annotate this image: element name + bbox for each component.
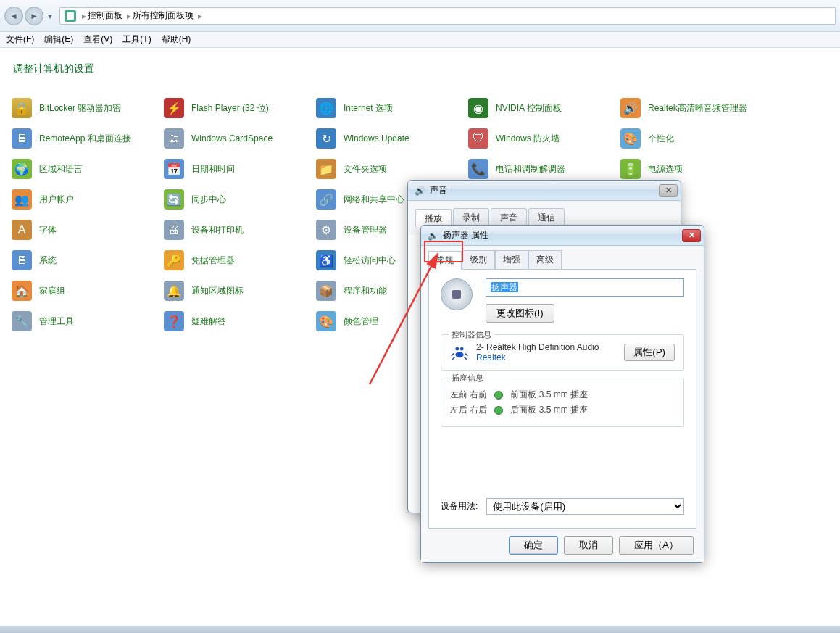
tab-levels[interactable]: 级别 bbox=[462, 250, 495, 269]
jack-channels-2: 左后 右后 bbox=[450, 404, 487, 416]
control-panel-item[interactable]: 🎨个性化 bbox=[615, 123, 767, 154]
cp-item-icon: 🔗 bbox=[316, 189, 336, 210]
device-name-input[interactable]: 扬声器 bbox=[486, 278, 684, 297]
cp-item-link[interactable]: 系统 bbox=[39, 255, 57, 267]
cp-item-link[interactable]: Windows 防火墙 bbox=[496, 133, 560, 145]
control-panel-item[interactable]: ❓疑难解答 bbox=[158, 306, 310, 336]
cp-item-link[interactable]: BitLocker 驱动器加密 bbox=[39, 102, 121, 115]
cp-item-link[interactable]: 设备和打印机 bbox=[191, 224, 244, 236]
menu-file[interactable]: 文件(F) bbox=[6, 33, 34, 46]
menu-view[interactable]: 查看(V) bbox=[83, 33, 112, 46]
svg-point-2 bbox=[460, 347, 464, 351]
control-panel-item[interactable]: 🔊Realtek高清晰音频管理器 bbox=[615, 93, 767, 123]
menu-edit[interactable]: 编辑(E) bbox=[44, 33, 73, 46]
cp-item-link[interactable]: Windows CardSpace bbox=[191, 133, 273, 144]
cp-item-icon: A bbox=[12, 220, 32, 240]
control-panel-item[interactable]: 🖥RemoteApp 和桌面连接 bbox=[6, 123, 158, 154]
control-panel-item[interactable]: 🔄同步中心 bbox=[158, 184, 310, 215]
cp-item-link[interactable]: 管理工具 bbox=[39, 315, 74, 328]
change-icon-button[interactable]: 更改图标(I) bbox=[486, 304, 554, 323]
cp-item-link[interactable]: 电话和调制解调器 bbox=[496, 163, 565, 175]
controller-properties-button[interactable]: 属性(P) bbox=[624, 344, 675, 361]
menu-tools[interactable]: 工具(T) bbox=[122, 33, 151, 46]
control-panel-item[interactable]: 🗂Windows CardSpace bbox=[158, 123, 310, 154]
cp-item-link[interactable]: 电源选项 bbox=[648, 163, 683, 175]
control-panel-item[interactable]: 🔒BitLocker 驱动器加密 bbox=[6, 93, 158, 123]
tab-general[interactable]: 常规 bbox=[428, 251, 462, 270]
breadcrumb-1[interactable]: 控制面板 bbox=[88, 9, 122, 22]
cp-item-icon: ♿ bbox=[316, 250, 336, 270]
speaker-icon: 🔊 bbox=[414, 185, 425, 196]
control-panel-item[interactable]: A字体 bbox=[6, 215, 158, 245]
cp-item-link[interactable]: 程序和功能 bbox=[344, 285, 387, 297]
cp-item-link[interactable]: Flash Player (32 位) bbox=[191, 102, 269, 115]
cp-item-link[interactable]: 字体 bbox=[39, 224, 57, 236]
control-panel-item[interactable]: 🖥系统 bbox=[6, 245, 158, 276]
tab-advanced[interactable]: 高级 bbox=[528, 250, 562, 269]
cp-item-link[interactable]: 凭据管理器 bbox=[191, 255, 235, 267]
cp-item-link[interactable]: 疑难解答 bbox=[191, 315, 226, 328]
apply-button[interactable]: 应用（A） bbox=[619, 536, 694, 555]
address-bar[interactable]: ▸ 控制面板 ▸ 所有控制面板项 ▸ bbox=[59, 7, 836, 25]
cp-item-link[interactable]: 颜色管理 bbox=[344, 315, 378, 328]
cp-item-link[interactable]: Realtek高清晰音频管理器 bbox=[648, 102, 747, 115]
menu-help[interactable]: 帮助(H) bbox=[162, 33, 191, 46]
control-panel-item[interactable]: ↻Windows Update bbox=[310, 123, 462, 154]
properties-title: 扬声器 属性 bbox=[443, 229, 682, 241]
cp-item-link[interactable]: 日期和时间 bbox=[191, 163, 235, 175]
control-panel-item[interactable]: 🔔通知区域图标 bbox=[158, 276, 310, 306]
sound-dialog-titlebar[interactable]: 🔊 声音 ✕ bbox=[408, 181, 681, 201]
cp-item-icon: 🔒 bbox=[12, 98, 32, 118]
control-panel-item[interactable]: 🌐Internet 选项 bbox=[310, 93, 462, 123]
cp-item-link[interactable]: 用户帐户 bbox=[39, 194, 74, 206]
cp-item-link[interactable]: RemoteApp 和桌面连接 bbox=[39, 133, 131, 145]
cp-item-icon: ❓ bbox=[164, 311, 184, 331]
cp-item-icon: ↻ bbox=[316, 128, 336, 149]
cp-item-link[interactable]: 设备管理器 bbox=[344, 224, 387, 236]
control-panel-item[interactable]: 🛡Windows 防火墙 bbox=[462, 123, 615, 154]
cp-item-link[interactable]: Windows Update bbox=[344, 133, 409, 144]
breadcrumb-sep: ▸ bbox=[127, 11, 131, 21]
cp-item-link[interactable]: NVIDIA 控制面板 bbox=[496, 102, 562, 115]
taskbar[interactable] bbox=[0, 626, 840, 633]
control-panel-item[interactable]: 🔧管理工具 bbox=[6, 306, 158, 336]
device-usage-label: 设备用法: bbox=[441, 500, 478, 513]
control-panel-item[interactable]: 🏠家庭组 bbox=[6, 276, 158, 306]
cp-item-link[interactable]: 文件夹选项 bbox=[344, 163, 387, 175]
cp-item-link[interactable]: 家庭组 bbox=[39, 285, 65, 297]
cp-item-link[interactable]: 网络和共享中心 bbox=[344, 194, 404, 206]
control-panel-item[interactable]: 🔑凭据管理器 bbox=[158, 245, 310, 276]
control-panel-item[interactable]: ⚡Flash Player (32 位) bbox=[158, 93, 310, 123]
cp-item-link[interactable]: 通知区域图标 bbox=[191, 285, 244, 297]
nav-back-button[interactable]: ◄ bbox=[4, 7, 23, 25]
cp-item-link[interactable]: 个性化 bbox=[648, 133, 674, 145]
jack-desc-2: 后面板 3.5 mm 插座 bbox=[510, 404, 588, 416]
tab-enhancements[interactable]: 增强 bbox=[495, 250, 528, 269]
close-icon[interactable]: ✕ bbox=[682, 229, 701, 242]
control-panel-item[interactable]: 👥用户帐户 bbox=[6, 184, 158, 215]
cp-item-link[interactable]: 区域和语言 bbox=[39, 163, 83, 175]
controller-vendor-link[interactable]: Realtek bbox=[476, 352, 599, 363]
properties-titlebar[interactable]: 🔈 扬声器 属性 ✕ bbox=[421, 226, 704, 246]
close-icon[interactable]: ✕ bbox=[659, 184, 678, 197]
cp-item-icon: 📅 bbox=[164, 159, 184, 179]
cp-item-icon: 🌐 bbox=[316, 98, 336, 118]
nav-history-dropdown[interactable]: ▾ bbox=[45, 11, 55, 21]
svg-point-0 bbox=[455, 352, 463, 357]
control-panel-item[interactable]: 🖨设备和打印机 bbox=[158, 215, 310, 245]
control-panel-item[interactable]: 📅日期和时间 bbox=[158, 154, 310, 184]
speaker-properties-dialog: 🔈 扬声器 属性 ✕ 常规 级别 增强 高级 扬声器 更改图标(I) 控制器信息 bbox=[420, 225, 704, 563]
device-usage-select[interactable]: 使用此设备(启用) bbox=[486, 498, 684, 515]
controller-name: 2- Realtek High Definition Audio bbox=[476, 342, 599, 352]
sound-dialog-title: 声音 bbox=[430, 184, 659, 196]
breadcrumb-2[interactable]: 所有控制面板项 bbox=[133, 9, 194, 22]
cp-item-icon: 🏠 bbox=[12, 281, 32, 301]
control-panel-item[interactable]: ◉NVIDIA 控制面板 bbox=[462, 93, 615, 123]
cp-item-link[interactable]: Internet 选项 bbox=[344, 102, 393, 115]
nav-forward-button[interactable]: ► bbox=[25, 7, 43, 25]
control-panel-item[interactable]: 🌍区域和语言 bbox=[6, 154, 158, 184]
ok-button[interactable]: 确定 bbox=[509, 536, 558, 555]
cancel-button[interactable]: 取消 bbox=[564, 536, 613, 555]
cp-item-link[interactable]: 轻松访问中心 bbox=[344, 255, 396, 267]
cp-item-link[interactable]: 同步中心 bbox=[191, 194, 226, 206]
